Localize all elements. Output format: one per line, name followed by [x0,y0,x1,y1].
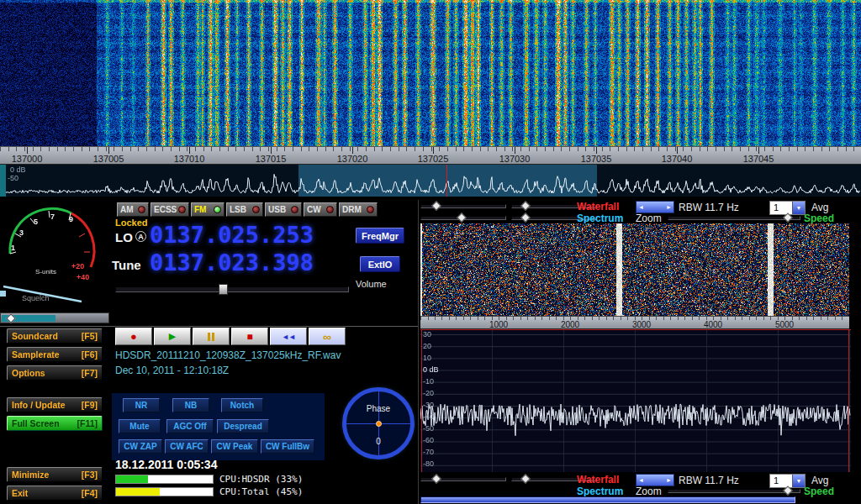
db-tick-zero: 0 dB [423,365,439,374]
exit-button-key: [F4] [82,488,98,498]
options-button[interactable]: Options[F7] [7,365,103,381]
main-waterfall-canvas[interactable] [0,0,861,146]
volume-slider-thumb[interactable] [219,284,228,295]
s-meter: 1 3 5 7 9 +20 +40 S-units Squelch [0,200,109,311]
ruler-tick [433,147,434,154]
waterfall-tab-bottom[interactable]: Waterfall [577,474,619,486]
cw-zap-button[interactable]: CW ZAP [119,439,162,454]
zoom-right-arrow-icon[interactable]: ► [666,204,672,210]
despread-button[interactable]: Despread [217,419,269,433]
tune-frequency-display[interactable]: 0137.023.398 [150,249,314,276]
agc-button[interactable]: AGC Off [166,419,214,433]
mode-drm-button[interactable]: DRM [339,202,378,217]
pause-icon [208,333,210,341]
overview-spectrum-canvas[interactable] [0,165,861,197]
notch-button[interactable]: Notch [221,398,263,412]
avg-select-top-value: 1 [770,202,792,214]
overview-spectrum[interactable]: 0 dB -50 [0,165,861,197]
ruler-tick [515,147,515,154]
cpu-hdsdr-meter [115,475,214,484]
minimize-button-key: [F3] [82,470,98,480]
ruler-label: 137040 [662,154,693,164]
tune-label: Tune [112,258,141,272]
phase-title: Phase [346,404,410,413]
waterfall-upper-slider-bottom[interactable] [420,477,506,481]
audio-frequency-ruler[interactable]: 1000 2000 3000 4000 5000 [420,316,849,329]
lo-auto-badge[interactable]: A [135,231,146,242]
cw-peak-button[interactable]: CW Peak [211,439,258,454]
mode-fm-button[interactable]: FM [191,202,224,217]
mode-ecss-button[interactable]: ECSS [151,202,189,217]
s-meter-tick-3: 3 [19,228,24,237]
ruler-label: 137045 [743,154,774,164]
ruler-tick [27,147,28,154]
zoom-slider-top[interactable] [668,216,800,220]
mode-am-button[interactable]: AM [117,202,149,217]
zoom-left-arrow-icon-bottom[interactable]: ◄ [638,477,644,483]
zoom-scroll-bottom[interactable]: ◄► [636,474,674,486]
waterfall-lower-slider-bottom-thumb[interactable] [520,474,530,483]
mode-cw-button[interactable]: CW [304,202,337,217]
spectrum-tab-top[interactable]: Spectrum [577,213,623,224]
waterfall-upper-slider-thumb[interactable] [431,201,441,210]
speed-slider[interactable] [420,496,795,503]
lo-frequency-display[interactable]: 0137.025.253 [150,222,314,248]
mode-lsb-button[interactable]: LSB [226,202,263,217]
zoom-label-bottom: Zoom [636,486,662,497]
cpu-total-meter [115,487,214,496]
cpu-hdsdr-bar [116,475,148,483]
zoom-slider-bottom[interactable] [668,489,800,493]
pause-button[interactable] [193,328,230,345]
cpu-hdsdr-label: CPU:HDSDR (33%) [219,474,303,485]
waterfall-upper-slider-bottom-thumb[interactable] [431,474,441,483]
rewind-button[interactable]: ◄◄ [270,328,307,345]
waterfall-lower-slider-thumb[interactable] [520,201,530,210]
loop-button[interactable]: ∞ [309,328,346,345]
rbw-label-top: RBW 11.7 Hz [679,202,739,213]
s-meter-red-arc [71,213,94,267]
mode-drm-led [367,206,374,213]
frequency-ruler[interactable]: 137000 137005 137010 137015 137020 13702… [0,146,861,165]
spectrum-tab-bottom[interactable]: Spectrum [577,486,623,497]
zoom-label-top: Zoom [636,213,662,224]
extio-button[interactable]: ExtIO [360,256,400,272]
nr-button[interactable]: NR [123,398,160,412]
cw-afc-button[interactable]: CW AFC [165,439,209,454]
squelch-slider[interactable] [0,312,109,323]
db-scale: 30 20 10 0 dB -10 -20 -30 -40 -50 -60 -7… [420,329,454,472]
spectrum-upper-slider[interactable] [420,216,506,220]
soundcard-button[interactable]: Soundcard[F5] [7,328,103,344]
waterfall-upper-slider[interactable] [420,204,506,208]
info-update-button[interactable]: Info / Update[F9] [7,397,103,412]
mode-lsb-led [252,206,260,213]
waterfall-tab-top[interactable]: Waterfall [577,201,619,213]
samplerate-button[interactable]: Samplerate[F6] [7,347,103,362]
cw-fullbw-button[interactable]: CW FullBw [261,439,314,454]
phase-dial[interactable]: Phase 0 [342,387,415,459]
stop-button[interactable]: ■ [231,328,268,345]
freqmgr-button[interactable]: FreqMgr [356,228,404,244]
minimize-button[interactable]: Minimize[F3] [7,467,103,482]
spectrum-lower-slider-thumb[interactable] [520,213,530,222]
fullscreen-button-key: [F11] [77,418,98,428]
spectrum-upper-slider-thumb[interactable] [457,213,466,222]
pause-icon-bar2 [212,333,214,341]
zoom-right-arrow-icon-bottom[interactable]: ► [666,477,672,483]
combo-arrow-icon[interactable]: ▼ [792,202,805,214]
combo-arrow-icon-bottom[interactable]: ▼ [792,475,805,487]
exit-button[interactable]: Exit[F4] [7,486,103,501]
volume-slider[interactable] [115,286,349,292]
play-button[interactable]: ▶ [154,328,191,345]
nb-button[interactable]: NB [172,398,209,412]
mute-button[interactable]: Mute [119,419,161,433]
info-update-button-key: [F9] [82,400,98,410]
mode-usb-button[interactable]: USB [265,202,302,217]
right-waterfall-canvas[interactable] [420,223,849,316]
fullscreen-button[interactable]: Full Screen[F11] [7,416,103,431]
record-button[interactable]: ● [115,328,152,345]
right-spectrum-canvas[interactable] [420,329,851,472]
zoom-scroll-top[interactable]: ◄► [636,201,674,213]
minimize-button-label: Minimize [12,470,49,480]
zoom-left-arrow-icon[interactable]: ◄ [638,204,644,210]
ruler-label: 137005 [93,154,124,164]
